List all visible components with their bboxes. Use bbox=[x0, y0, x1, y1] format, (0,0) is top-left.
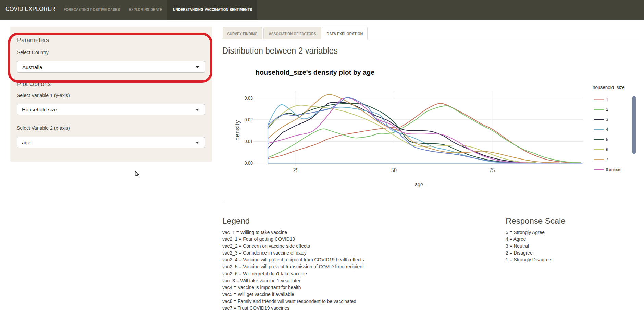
svg-text:2: 2 bbox=[606, 107, 608, 112]
svg-text:0.02: 0.02 bbox=[244, 117, 253, 122]
svg-text:household_size's density plot: household_size's density plot by age bbox=[256, 69, 374, 76]
svg-text:0.00: 0.00 bbox=[244, 160, 253, 166]
svg-text:4: 4 bbox=[606, 127, 608, 132]
svg-text:1: 1 bbox=[606, 97, 608, 102]
svg-text:3: 3 bbox=[606, 117, 608, 122]
svg-text:7: 7 bbox=[606, 157, 608, 162]
svg-text:household_size: household_size bbox=[593, 85, 625, 90]
svg-text:density: density bbox=[234, 120, 241, 141]
svg-text:6: 6 bbox=[606, 147, 608, 152]
svg-text:50: 50 bbox=[391, 167, 397, 173]
svg-text:0.01: 0.01 bbox=[244, 138, 253, 144]
svg-text:age: age bbox=[415, 181, 423, 187]
svg-text:8 or more: 8 or more bbox=[606, 167, 621, 172]
svg-text:25: 25 bbox=[293, 167, 299, 173]
svg-text:0.03: 0.03 bbox=[244, 95, 253, 101]
svg-text:5: 5 bbox=[606, 137, 608, 142]
svg-text:75: 75 bbox=[490, 167, 495, 173]
